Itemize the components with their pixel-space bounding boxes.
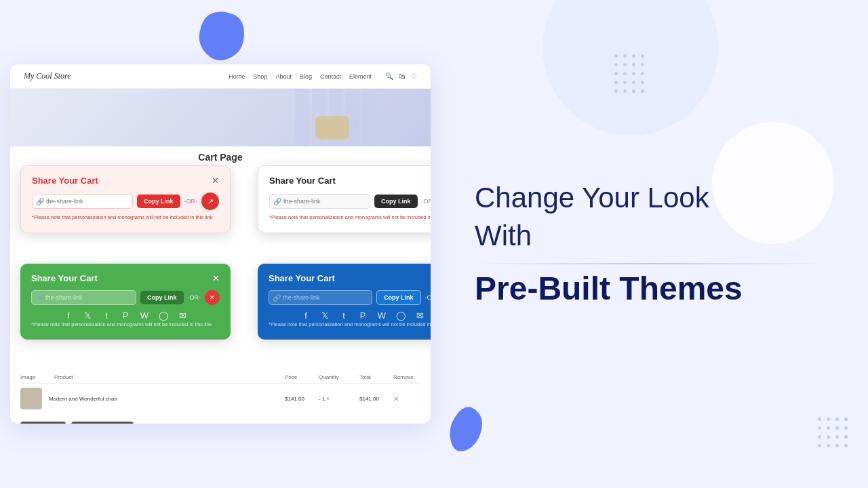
modal-blue-input-row: 🔗 Copy Link -OR- ✕: [269, 290, 431, 305]
nav-about[interactable]: About: [275, 73, 292, 80]
share-input-pink[interactable]: [32, 194, 133, 209]
copy-btn-blue[interactable]: Copy Link: [376, 290, 421, 305]
modal-green-input-row: 🔗 Copy Link -OR- ✕: [31, 290, 220, 305]
tagline-line2: With: [475, 219, 532, 253]
product-image: [20, 388, 42, 409]
copy-btn-pink[interactable]: Copy Link: [137, 195, 180, 208]
col-image: Image: [20, 374, 47, 380]
twitter-icon-blue[interactable]: 𝕏: [319, 309, 331, 321]
col-total: Total: [359, 374, 387, 380]
share-modal-white: Share Your Cart ✕ 🔗 Copy Link -OR- ↗ *Pl…: [258, 165, 431, 233]
cart-table-area: Image Product Price Quantity Total Remov…: [10, 369, 431, 416]
whatsapp-icon-green[interactable]: W: [138, 309, 151, 321]
link-icon-pink: 🔗: [36, 198, 44, 205]
modal-white-input-row: 🔗 Copy Link -OR- ↗: [269, 192, 431, 210]
product-qty: - 1 +: [319, 396, 353, 402]
pinterest-icon-blue[interactable]: P: [357, 309, 369, 321]
col-price: Price: [285, 374, 312, 380]
tumblr-icon-blue[interactable]: t: [338, 309, 350, 321]
modal-pink-input-row: 🔗 Copy Link -OR- ↗: [32, 192, 219, 210]
modal-pink-input-wrapper: 🔗: [32, 194, 133, 209]
tumblr-icon-green[interactable]: t: [100, 309, 113, 321]
share-modal-blue: Share Your Cart ✕ 🔗 Copy Link -OR- ✕ f 𝕏…: [258, 264, 431, 340]
cart-bottom-btns: Update Cart Continue Shopping: [10, 416, 431, 424]
modal-blue-title: Share Your Cart: [269, 273, 335, 283]
modal-blue-header: Share Your Cart ✕: [269, 273, 431, 283]
search-icon[interactable]: 🔍: [385, 73, 393, 80]
share-input-green[interactable]: [31, 290, 136, 305]
continue-shopping-button[interactable]: Continue Shopping: [71, 422, 134, 424]
cart-icon[interactable]: 🛍: [399, 73, 406, 80]
hero-pillow: [315, 116, 349, 140]
modal-green-input-wrapper: 🔗: [31, 290, 136, 305]
nav-element[interactable]: Element: [349, 73, 372, 80]
or-text-green: -OR-: [188, 294, 201, 301]
right-panel: Change Your Look With Pre-Built Themes: [434, 0, 868, 488]
or-text-blue: -OR-: [425, 294, 431, 301]
copy-btn-white[interactable]: Copy Link: [374, 195, 418, 208]
disclaimer-blue: *Please note that personalization and mo…: [269, 321, 431, 327]
cart-page-title: Cart Page: [10, 146, 431, 165]
nav-shop[interactable]: Shop: [253, 73, 267, 80]
product-total: $141.00: [359, 396, 387, 402]
modal-white-input-wrapper: 🔗: [269, 194, 370, 209]
reddit-icon-blue[interactable]: ◯: [395, 309, 407, 321]
share-input-white[interactable]: [269, 194, 370, 209]
link-icon-green: 🔗: [35, 294, 43, 302]
email-icon-blue[interactable]: ✉: [414, 309, 426, 321]
modal-pink-header: Share Your Cart ✕: [32, 176, 219, 186]
wishlist-icon[interactable]: ♡: [411, 73, 417, 80]
share-modal-pink: Share Your Cart ✕ 🔗 Copy Link -OR- ↗ *Pl…: [20, 165, 231, 233]
nav-contact[interactable]: Contact: [320, 73, 341, 80]
social-icons-blue: f 𝕏 t P W ◯ ✉: [269, 309, 431, 321]
update-cart-button[interactable]: Update Cart: [20, 422, 66, 424]
store-logo: My Cool Store: [24, 71, 71, 81]
nav-icons: 🔍 🛍 ♡: [385, 73, 417, 80]
disclaimer-green: *Please note that personalization and mo…: [31, 321, 220, 327]
modal-green-title: Share Your Cart: [31, 273, 98, 283]
facebook-icon-green[interactable]: f: [62, 309, 75, 321]
link-icon-blue: 🔗: [273, 294, 281, 302]
modal-green-header: Share Your Cart ✕: [31, 273, 220, 283]
pinterest-icon-green[interactable]: P: [119, 309, 132, 321]
share-modal-green: Share Your Cart ✕ 🔗 Copy Link -OR- ✕ f 𝕏…: [20, 264, 231, 340]
social-icons-green: f 𝕏 t P W ◯ ✉: [31, 309, 220, 321]
share-circle-pink[interactable]: ↗: [201, 192, 219, 210]
modal-white-header: Share Your Cart ✕: [269, 176, 431, 186]
modal-white-title: Share Your Cart: [269, 176, 336, 186]
nav-blog[interactable]: Blog: [300, 73, 312, 80]
col-qty: Quantity: [319, 374, 353, 380]
close-x-green[interactable]: ✕: [205, 290, 220, 305]
or-text-white: -OR-: [422, 198, 431, 205]
whatsapp-icon-blue[interactable]: W: [376, 309, 388, 321]
table-row: Modern and Wonderful chair $141.00 - 1 +…: [20, 384, 420, 413]
product-name: Modern and Wonderful chair: [49, 396, 278, 402]
disclaimer-white: *Please note that personalization and mo…: [269, 214, 431, 220]
modal-blue-input-wrapper: 🔗: [269, 290, 372, 305]
disclaimer-pink: *Please note that personalization and mo…: [32, 214, 219, 220]
facebook-icon-blue[interactable]: f: [300, 309, 312, 321]
col-product: Product: [54, 374, 278, 380]
twitter-icon-green[interactable]: 𝕏: [81, 309, 94, 321]
product-remove[interactable]: ✕: [393, 395, 420, 403]
col-remove: Remove: [393, 374, 420, 380]
copy-btn-green[interactable]: Copy Link: [140, 291, 184, 304]
nav-links: Home Shop About Blog Contact Element: [229, 73, 372, 80]
modal-pink-title: Share Your Cart: [32, 176, 98, 186]
cart-table-headers: Image Product Price Quantity Total Remov…: [20, 371, 420, 384]
tagline-line3: Pre-Built Themes: [475, 270, 743, 307]
tagline-line1: Change Your Look: [475, 181, 709, 215]
tagline-divider: [475, 263, 827, 264]
hero-area: [10, 89, 431, 146]
share-input-blue[interactable]: [269, 290, 372, 305]
link-icon-white: 🔗: [273, 198, 281, 205]
product-price: $141.00: [285, 396, 312, 402]
modal-green-close[interactable]: ✕: [212, 274, 220, 283]
browser-mockup: My Cool Store Home Shop About Blog Conta…: [10, 64, 431, 424]
blob-bottom-decoration: [448, 404, 485, 458]
reddit-icon-green[interactable]: ◯: [157, 309, 170, 321]
email-icon-green[interactable]: ✉: [176, 309, 189, 321]
blob-top-decoration: [193, 10, 248, 87]
or-text-pink: -OR-: [184, 198, 198, 205]
modal-pink-close[interactable]: ✕: [212, 176, 219, 185]
